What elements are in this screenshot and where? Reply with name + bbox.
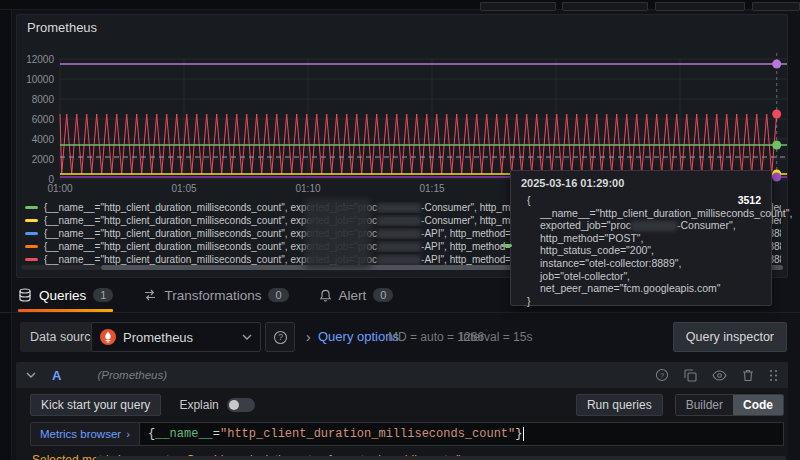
- interval-text: Interval = 15s: [460, 322, 532, 352]
- promql-label-value: "http_client_duration_milliseconds_count…: [220, 427, 515, 441]
- database-icon: [18, 288, 32, 302]
- chart-tooltip: 2025-03-16 01:29:00 3512 {__name__="http…: [510, 170, 772, 306]
- tab-queries[interactable]: Queries 1: [18, 278, 113, 312]
- tooltip-label-line: job="otel-collector",: [527, 270, 761, 283]
- explain-toggle[interactable]: [227, 398, 255, 412]
- tooltip-label-line: exported_job="proc-Consumer",: [527, 219, 761, 232]
- tab-label: Queries: [39, 288, 86, 303]
- legend-series-marker: [25, 206, 38, 209]
- legend-scrollbar-track[interactable]: [21, 265, 101, 270]
- tooltip-label-line: http_method="POST",: [527, 232, 761, 245]
- y-axis-tick: 4000: [32, 134, 55, 145]
- run-queries-button[interactable]: Run queries: [576, 394, 663, 416]
- cursor-point: [772, 173, 781, 182]
- code-mode-button[interactable]: Code: [733, 395, 783, 415]
- tab-count-badge: 1: [93, 288, 113, 302]
- query-datasource-hint: (Prometheus): [97, 369, 167, 381]
- promql-label-key: __name__: [155, 427, 213, 441]
- redacted-text: [377, 255, 421, 265]
- tab-label: Transformations: [164, 288, 261, 303]
- promql-close-brace: }: [515, 427, 522, 441]
- toolbar-box: [562, 2, 648, 11]
- panel-title[interactable]: Prometheus: [27, 20, 97, 35]
- legend-series-marker: [25, 258, 38, 261]
- legend-series-marker: [25, 219, 38, 222]
- x-axis-tick: 01:05: [171, 183, 196, 194]
- y-axis-tick: 10000: [26, 74, 54, 85]
- x-axis-tick: 01:10: [295, 183, 320, 194]
- explain-label: Explain: [179, 398, 218, 412]
- chevron-down-icon: [242, 334, 252, 340]
- redacted-text: [377, 229, 421, 239]
- tooltip-close-brace: }: [527, 295, 761, 308]
- editor-mode-switch: Builder Code: [675, 394, 784, 416]
- drag-handle-icon[interactable]: [769, 369, 778, 382]
- tab-label: Alert: [339, 288, 367, 303]
- transform-icon: [143, 288, 157, 302]
- chevron-right-icon: ›: [126, 428, 130, 440]
- redacted-text: [377, 216, 421, 226]
- tooltip-label-line: instance="otel-collector:8889",: [527, 257, 761, 270]
- tooltip-label-line: net_peer_name="fcm.googleapis.com": [527, 282, 761, 295]
- toolbar-box: [752, 2, 800, 11]
- cursor-point: [772, 141, 781, 150]
- query-options-link[interactable]: Query options: [318, 322, 399, 352]
- query-row-header[interactable]: A (Prometheus) ?: [16, 362, 788, 388]
- text-cursor: [523, 427, 524, 441]
- tooltip-label-line: http_status_code="200",: [527, 244, 761, 257]
- metrics-browser-label: Metrics browser: [40, 428, 121, 440]
- next-section-edge: [96, 456, 786, 460]
- datasource-value: Prometheus: [123, 330, 235, 345]
- svg-text:?: ?: [278, 332, 283, 342]
- top-toolbar-cutoff: [0, 0, 800, 10]
- promql-operator: =: [213, 427, 220, 441]
- datasource-select[interactable]: Prometheus: [91, 322, 261, 352]
- left-edge-strip: [0, 10, 12, 460]
- tooltip-body: 3512 {__name__="http_client_duration_mil…: [511, 193, 771, 313]
- toolbar-box: [480, 2, 556, 11]
- query-editor-card: A (Prometheus) ? Kick start your query E…: [16, 362, 788, 460]
- tab-alert[interactable]: Alert 0: [319, 278, 394, 312]
- chevron-right-icon[interactable]: ›: [306, 322, 311, 352]
- query-input-row: Metrics browser › {__name__="http_client…: [16, 416, 788, 446]
- legend-series-marker: [25, 245, 38, 248]
- datasource-row: Data source Prometheus ? › Query options…: [0, 312, 800, 362]
- query-inspector-button[interactable]: Query inspector: [673, 322, 787, 352]
- tab-count-badge: 0: [373, 288, 393, 302]
- redacted-text: [377, 242, 421, 252]
- redaction-blur: [305, 199, 371, 269]
- bell-icon: [319, 289, 332, 302]
- redacted-text: [631, 221, 677, 231]
- tab-transformations[interactable]: Transformations 0: [143, 278, 288, 312]
- y-axis-tick: 12000: [26, 54, 54, 65]
- toolbar-box: [655, 2, 745, 11]
- kick-start-button[interactable]: Kick start your query: [30, 394, 161, 416]
- legend-series-marker: [25, 232, 38, 235]
- tooltip-label-line: __name__="http_client_duration_milliseco…: [527, 207, 761, 220]
- metrics-browser-button[interactable]: Metrics browser ›: [30, 422, 140, 446]
- tab-count-badge: 0: [268, 288, 288, 302]
- y-axis-tick: 6000: [32, 114, 55, 125]
- prometheus-logo-icon: [100, 329, 116, 345]
- datasource-help-button[interactable]: ?: [265, 322, 295, 352]
- tooltip-timestamp: 2025-03-16 01:29:00: [511, 171, 771, 193]
- query-ref-id: A: [52, 368, 61, 383]
- query-toolbar-row: Kick start your query Explain Run querie…: [16, 388, 788, 416]
- series-sawtooth: [60, 114, 777, 174]
- chevron-down-icon[interactable]: [26, 372, 36, 378]
- promql-code-input[interactable]: {__name__="http_client_duration_millisec…: [140, 422, 784, 446]
- cursor-point: [772, 110, 781, 119]
- y-axis-tick: 2000: [32, 154, 55, 165]
- trash-icon[interactable]: [742, 369, 754, 382]
- tooltip-series-marker: [501, 244, 512, 247]
- tooltip-value: 3512: [738, 194, 761, 207]
- x-axis-tick: 01:00: [47, 183, 72, 194]
- eye-icon[interactable]: [712, 370, 727, 381]
- builder-mode-button[interactable]: Builder: [676, 395, 733, 415]
- help-icon[interactable]: ?: [655, 368, 669, 382]
- duplicate-icon[interactable]: [684, 369, 697, 382]
- tooltip-open-brace: {: [527, 194, 761, 207]
- x-axis-tick: 01:15: [419, 183, 444, 194]
- redacted-text: [377, 203, 421, 213]
- svg-text:?: ?: [660, 371, 665, 380]
